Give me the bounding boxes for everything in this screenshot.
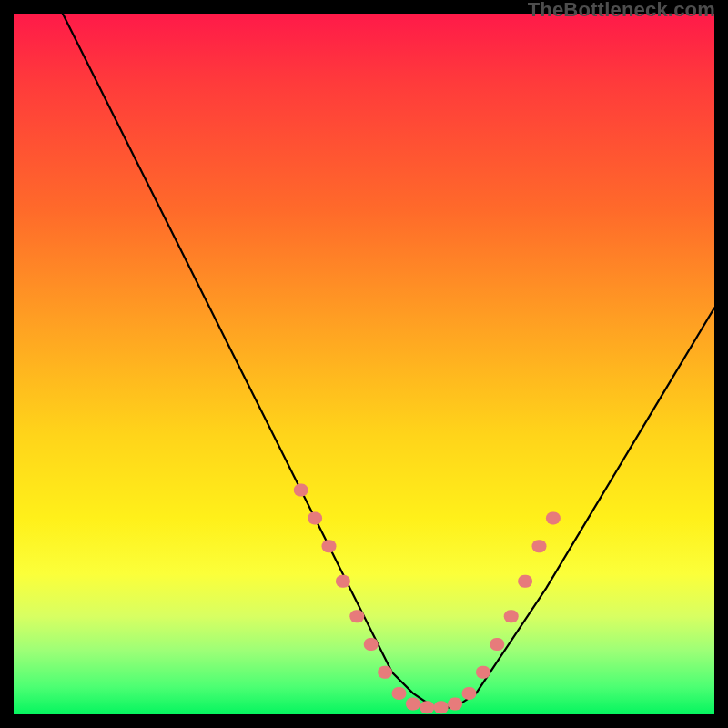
chart-background bbox=[14, 14, 714, 714]
watermark-text: TheBottleneck.com bbox=[528, 0, 715, 22]
